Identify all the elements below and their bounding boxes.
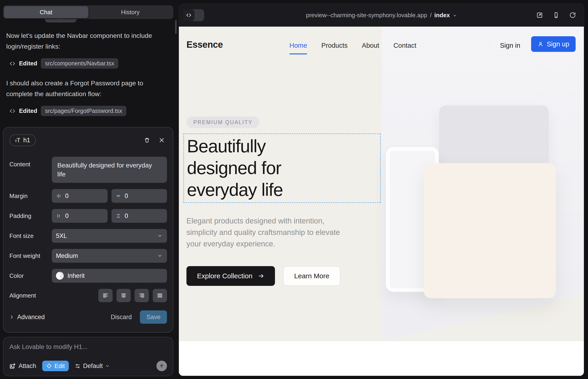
align-center-button[interactable]: [117, 289, 131, 302]
preview-page: index: [434, 12, 450, 19]
file-edit-row: Edited src/pages/ForgotPassword.tsx: [9, 106, 167, 116]
align-left-button[interactable]: [98, 289, 113, 302]
user-icon: [538, 41, 543, 47]
lovable-app: Chat History ·· Now let's update the Nav…: [0, 0, 588, 379]
arrow-right-icon: [258, 273, 264, 279]
preview-topbar: preview--charming-site-symphony.lovable.…: [179, 4, 584, 27]
padding-label: Padding: [9, 212, 52, 220]
margin-x-input[interactable]: 0: [52, 189, 108, 203]
site-logo[interactable]: Essence: [186, 39, 223, 50]
margin-x-value: 0: [65, 192, 69, 200]
code-icon: [9, 108, 15, 114]
chevron-down-icon: [453, 14, 457, 18]
chevron-right-icon: [9, 315, 14, 319]
edit-action-label: Edited: [19, 107, 37, 114]
chat-scrollbar[interactable]: [175, 20, 177, 34]
edit-label: Edit: [55, 363, 65, 370]
next-section: [179, 341, 584, 376]
explore-collection-button[interactable]: Explore Collection: [186, 266, 275, 286]
padding-y-icon: [116, 213, 121, 219]
font-weight-value: Medium: [56, 252, 78, 259]
content-input[interactable]: Beautifully designed for everyday life: [52, 157, 167, 183]
margin-y-icon: [116, 193, 121, 199]
chat-composer: Ask Lovable to modify H1... Attach Edit: [3, 337, 173, 376]
chat-sidebar: Chat History ·· Now let's update the Nav…: [0, 0, 178, 379]
h1-line: designed for: [187, 157, 380, 179]
font-weight-select[interactable]: Medium: [52, 249, 167, 263]
padding-x-icon: [56, 213, 62, 219]
chevron-down-icon: [157, 233, 162, 238]
font-weight-label: Font weight: [9, 252, 52, 259]
align-justify-button[interactable]: [153, 289, 167, 302]
send-button[interactable]: [156, 361, 167, 371]
close-icon[interactable]: [159, 137, 165, 143]
color-select[interactable]: Inherit: [52, 269, 167, 283]
alignment-label: Alignment: [9, 292, 52, 299]
margin-y-input[interactable]: 0: [111, 189, 167, 203]
url-separator: /: [430, 12, 432, 19]
sign-up-button[interactable]: Sign up: [531, 36, 576, 52]
content-label: Content: [9, 161, 52, 168]
discard-button[interactable]: Discard: [111, 314, 132, 321]
padding-x-input[interactable]: 0: [52, 209, 108, 223]
tab-history[interactable]: History: [88, 6, 173, 18]
file-edit-row: Edited src/components/Navbar.tsx: [9, 58, 167, 69]
color-value: Inherit: [67, 272, 85, 279]
padding-x-value: 0: [65, 212, 69, 220]
assistant-message: Now let's update the Navbar component to…: [6, 30, 164, 52]
chevron-down-icon: [157, 253, 162, 258]
file-chip[interactable]: src/components/Navbar.tsx: [41, 58, 118, 69]
mode-label: Default: [83, 363, 103, 370]
attach-button[interactable]: Attach: [9, 363, 36, 370]
site-navbar: Essence Home Products About Contact Sign…: [179, 27, 584, 63]
advanced-toggle[interactable]: Advanced: [9, 314, 45, 321]
selected-element-tag: тT h1: [9, 134, 36, 146]
hero-paragraph: Elegant products designed with intention…: [186, 215, 347, 250]
edit-mode-button[interactable]: Edit: [42, 361, 69, 371]
assistant-message: I should also create a Forgot Password p…: [6, 78, 164, 99]
nav-link-home[interactable]: Home: [289, 42, 307, 49]
margin-label: Margin: [9, 192, 52, 200]
font-size-label: Font size: [9, 232, 52, 239]
attach-label: Attach: [19, 363, 36, 370]
padding-y-input[interactable]: 0: [111, 209, 167, 223]
sign-up-label: Sign up: [547, 40, 569, 48]
element-tag-label: h1: [23, 137, 30, 144]
h1-line: Beautifully: [187, 135, 380, 157]
sign-in-link[interactable]: Sign in: [500, 42, 520, 49]
refresh-button[interactable]: [569, 12, 576, 19]
nav-link-products[interactable]: Products: [321, 42, 347, 49]
attach-image-icon: [9, 363, 15, 369]
target-icon: [46, 363, 52, 369]
site-canvas: Essence Home Products About Contact Sign…: [179, 27, 584, 376]
preview-frame: preview--charming-site-symphony.lovable.…: [179, 4, 584, 376]
hero-badge: PREMIUM QUALITY: [186, 117, 259, 128]
delete-element-button[interactable]: [144, 137, 150, 143]
learn-more-button[interactable]: Learn More: [283, 266, 340, 286]
edit-action-label: Edited: [19, 60, 37, 67]
sidebar-tabbar: Chat History: [3, 5, 173, 19]
open-external-button[interactable]: [536, 12, 543, 19]
selected-h1-element[interactable]: Beautifully designed for everyday life: [184, 134, 381, 203]
tab-chat[interactable]: Chat: [4, 6, 88, 18]
sliders-icon: [75, 363, 80, 369]
code-icon: [9, 61, 15, 66]
h1-line: everyday life: [187, 179, 380, 201]
color-label: Color: [9, 272, 52, 279]
font-size-value: 5XL: [56, 232, 67, 239]
prompt-input[interactable]: Ask Lovable to modify H1...: [9, 343, 167, 350]
margin-x-icon: [56, 193, 62, 199]
advanced-label: Advanced: [17, 314, 45, 321]
nav-link-about[interactable]: About: [362, 42, 379, 49]
margin-y-value: 0: [125, 192, 128, 200]
font-size-select[interactable]: 5XL: [52, 229, 167, 243]
mode-select[interactable]: Default: [75, 363, 110, 370]
save-button[interactable]: Save: [140, 310, 167, 324]
align-right-button[interactable]: [135, 289, 149, 302]
hero-shape-peach: [424, 163, 556, 298]
mobile-view-button[interactable]: [553, 12, 559, 19]
file-chip[interactable]: src/pages/ForgotPassword.tsx: [41, 106, 126, 116]
preview-domain: preview--charming-site-symphony.lovable.…: [306, 12, 427, 19]
preview-url-bar[interactable]: preview--charming-site-symphony.lovable.…: [179, 4, 584, 27]
nav-link-contact[interactable]: Contact: [394, 42, 417, 49]
